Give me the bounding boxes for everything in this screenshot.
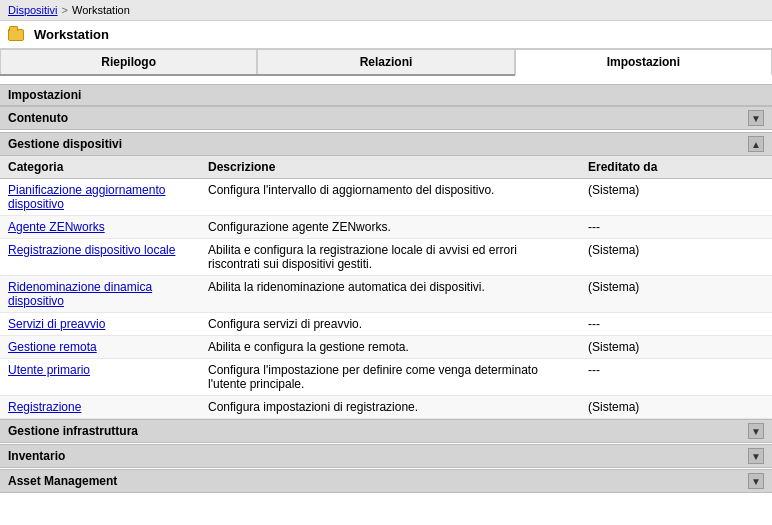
- impostazioni-header: Impostazioni: [0, 84, 772, 106]
- table-row: Servizi di preavvioConfigura servizi di …: [0, 313, 772, 336]
- category-link[interactable]: Ridenominazione dinamica dispositivo: [8, 280, 152, 308]
- breadcrumb-parent[interactable]: Dispositivi: [8, 4, 58, 16]
- description-cell: Configura servizi di preavvio.: [200, 313, 580, 336]
- category-link[interactable]: Agente ZENworks: [8, 220, 105, 234]
- workstation-folder-icon: [8, 29, 24, 41]
- gestione-infrastruttura-label: Gestione infrastruttura: [8, 424, 138, 438]
- impostazioni-label: Impostazioni: [8, 88, 81, 102]
- table-row: Pianificazione aggiornamento dispositivo…: [0, 179, 772, 216]
- asset-management-label: Asset Management: [8, 474, 117, 488]
- table-row: RegistrazioneConfigura impostazioni di r…: [0, 396, 772, 419]
- gestione-infrastruttura-collapse-icon[interactable]: [748, 423, 764, 439]
- inherited-cell: (Sistema): [580, 396, 772, 419]
- description-cell: Abilita la ridenominazione automatica de…: [200, 276, 580, 313]
- table-row: Utente primarioConfigura l'impostazione …: [0, 359, 772, 396]
- gestione-infrastruttura-header: Gestione infrastruttura: [0, 419, 772, 443]
- inherited-cell: ---: [580, 359, 772, 396]
- asset-management-header: Asset Management: [0, 469, 772, 493]
- inherited-cell: (Sistema): [580, 336, 772, 359]
- description-cell: Abilita e configura la gestione remota.: [200, 336, 580, 359]
- page-title: Workstation: [34, 27, 109, 42]
- category-link[interactable]: Registrazione: [8, 400, 81, 414]
- description-cell: Configura l'intervallo di aggiornamento …: [200, 179, 580, 216]
- table-row: Registrazione dispositivo localeAbilita …: [0, 239, 772, 276]
- breadcrumb-current: Workstation: [72, 4, 130, 16]
- description-cell: Abilita e configura la registrazione loc…: [200, 239, 580, 276]
- contenuto-header: Contenuto: [0, 106, 772, 130]
- inherited-cell: (Sistema): [580, 239, 772, 276]
- breadcrumb: Dispositivi > Workstation: [0, 0, 772, 21]
- gestione-dispositivi-label: Gestione dispositivi: [8, 137, 122, 151]
- category-link[interactable]: Servizi di preavvio: [8, 317, 105, 331]
- inventario-header: Inventario: [0, 444, 772, 468]
- inventario-collapse-icon[interactable]: [748, 448, 764, 464]
- asset-management-collapse-icon[interactable]: [748, 473, 764, 489]
- inherited-cell: (Sistema): [580, 179, 772, 216]
- inventario-label: Inventario: [8, 449, 65, 463]
- description-cell: Configurazione agente ZENworks.: [200, 216, 580, 239]
- col-header-descrizione: Descrizione: [200, 156, 580, 179]
- tab-impostazioni[interactable]: Impostazioni: [515, 49, 772, 76]
- contenuto-label: Contenuto: [8, 111, 68, 125]
- table-row: Agente ZENworksConfigurazione agente ZEN…: [0, 216, 772, 239]
- breadcrumb-separator: >: [62, 4, 68, 16]
- category-link[interactable]: Utente primario: [8, 363, 90, 377]
- description-cell: Configura l'impostazione per definire co…: [200, 359, 580, 396]
- impostazioni-section: Impostazioni Contenuto Gestione disposit…: [0, 84, 772, 493]
- inherited-cell: ---: [580, 313, 772, 336]
- description-cell: Configura impostazioni di registrazione.: [200, 396, 580, 419]
- table-row: Ridenominazione dinamica dispositivoAbil…: [0, 276, 772, 313]
- tab-riepilogo[interactable]: Riepilogo: [0, 49, 257, 74]
- inherited-cell: (Sistema): [580, 276, 772, 313]
- category-link[interactable]: Gestione remota: [8, 340, 97, 354]
- col-header-categoria: Categoria: [0, 156, 200, 179]
- tab-relazioni[interactable]: Relazioni: [257, 49, 514, 74]
- page-title-area: Workstation: [0, 21, 772, 49]
- tab-bar: Riepilogo Relazioni Impostazioni: [0, 49, 772, 76]
- col-header-ereditato: Ereditato da: [580, 156, 772, 179]
- contenuto-collapse-icon[interactable]: [748, 110, 764, 126]
- settings-table: Categoria Descrizione Ereditato da Piani…: [0, 156, 772, 419]
- category-link[interactable]: Registrazione dispositivo locale: [8, 243, 175, 257]
- category-link[interactable]: Pianificazione aggiornamento dispositivo: [8, 183, 165, 211]
- gestione-dispositivi-collapse-icon[interactable]: [748, 136, 764, 152]
- table-row: Gestione remotaAbilita e configura la ge…: [0, 336, 772, 359]
- gestione-dispositivi-header: Gestione dispositivi: [0, 132, 772, 156]
- inherited-cell: ---: [580, 216, 772, 239]
